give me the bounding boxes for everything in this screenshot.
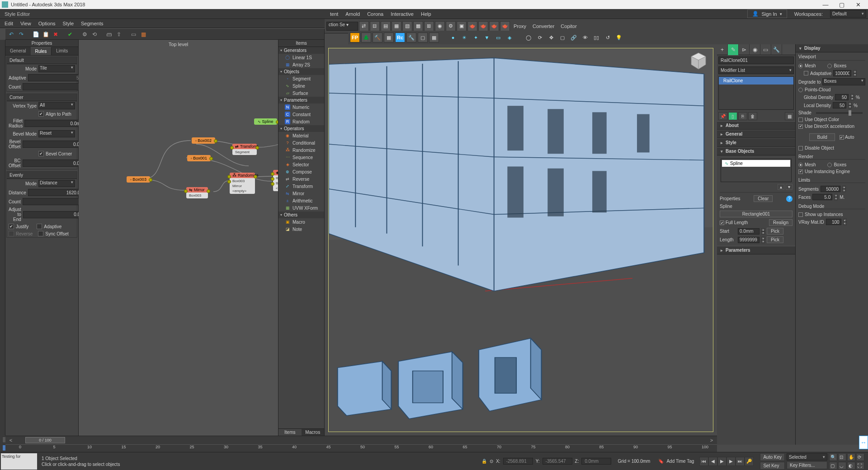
key-mode-icon[interactable]: 🔑 — [745, 457, 754, 466]
grid-tool-icon[interactable]: ▦ — [384, 33, 394, 42]
prev-frame-icon[interactable]: ◀ — [708, 457, 717, 466]
points-cloud-radio[interactable] — [798, 88, 803, 92]
item-linear-1s[interactable]: ◯Linear 1S — [278, 54, 324, 61]
node-selector[interactable]: ◈Selector Randomize Box001 <empty> — [273, 170, 278, 191]
item-macro[interactable]: ▣Macro — [278, 218, 324, 226]
full-length-check[interactable]: ✔ — [720, 221, 724, 225]
bevel-offset-input[interactable] — [23, 141, 85, 148]
layer-explorer-icon[interactable]: ▦ — [392, 21, 401, 31]
tab-items[interactable]: Items — [278, 429, 302, 436]
item-constant[interactable]: CConstant — [278, 111, 324, 118]
node-randomize[interactable]: ⁂Randomize Box003 Mirror <empty> — [230, 173, 255, 194]
item-randomize[interactable]: ⁂Randomize — [278, 146, 324, 154]
pan-icon[interactable]: ✋ — [847, 453, 855, 461]
global-density-input[interactable] — [835, 94, 849, 100]
base-objects-list[interactable]: ∿Spline — [721, 159, 792, 182]
use-obj-color-check[interactable] — [798, 118, 803, 122]
tab-motion-icon[interactable]: ◉ — [750, 44, 760, 55]
select-box-icon[interactable]: ▢ — [418, 33, 428, 42]
tree-icon[interactable]: 🌲 — [361, 33, 371, 42]
menu-interactive[interactable]: Interactive — [387, 10, 417, 18]
copitor-label[interactable]: Copitor — [558, 24, 579, 29]
key-filters-button[interactable]: Key Filters... — [787, 461, 827, 469]
fov-icon[interactable]: ◡ — [838, 462, 846, 470]
shade-slider[interactable] — [816, 112, 863, 114]
perspective-viewport[interactable] — [328, 48, 713, 432]
bevel-corner-check[interactable]: ✔ — [38, 151, 44, 156]
omni-icon[interactable]: ✦ — [471, 33, 481, 42]
time-handle[interactable]: 0 / 100 — [25, 437, 65, 443]
wrench-icon[interactable]: 🔧 — [406, 33, 416, 42]
evenly-count-input[interactable] — [23, 198, 85, 205]
schematic-icon[interactable]: ⊞ — [424, 21, 434, 31]
menu-help[interactable]: Help — [417, 10, 435, 18]
teapot3-icon[interactable]: 🫖 — [489, 21, 499, 31]
colors-icon[interactable]: ▦ — [139, 30, 147, 38]
hammer-icon[interactable]: 🔨 — [373, 33, 382, 42]
proxy-label[interactable]: Proxy — [511, 24, 529, 29]
list-down-icon[interactable]: ▾ — [786, 184, 793, 190]
rollout-parameters[interactable]: Parameters — [717, 246, 795, 254]
item-note[interactable]: ◪Note — [278, 226, 324, 233]
bevel-mode-select[interactable]: Reset — [38, 130, 75, 137]
node-box002[interactable]: ▫ Box002 — [192, 137, 215, 144]
mesh-radio[interactable] — [798, 64, 803, 68]
clear-button[interactable]: Clear — [754, 195, 773, 202]
circle-icon[interactable]: ◯ — [524, 33, 533, 42]
grid-icon[interactable]: ▦ — [429, 33, 439, 42]
degrade-select[interactable]: Boxes — [822, 78, 865, 85]
teapot2-icon[interactable]: 🫖 — [478, 21, 488, 31]
link-icon[interactable]: 🔗 — [569, 33, 579, 42]
next-frame-icon[interactable]: ▶ — [726, 457, 736, 466]
db-icon[interactable]: 🗃 — [105, 30, 113, 38]
vertex-type-select[interactable]: All — [38, 102, 75, 109]
minimize-button[interactable]: — — [817, 0, 834, 9]
fillet-radius-input[interactable] — [24, 120, 86, 127]
auto-check[interactable]: ✔ — [840, 135, 844, 140]
paste-icon[interactable]: 📋 — [42, 30, 50, 38]
key-filters-dropdown[interactable]: Selected — [787, 453, 827, 461]
add-time-tag[interactable]: Add Time Tag — [664, 459, 697, 464]
build-button[interactable]: Build — [809, 133, 835, 141]
teapot-icon[interactable]: 🫖 — [467, 21, 477, 31]
item-mirror[interactable]: ⇋Mirror — [278, 190, 324, 197]
item-uvw[interactable]: ▦UVW XForm — [278, 204, 324, 212]
pin-stack-icon[interactable]: 📌 — [718, 112, 727, 120]
node-transform[interactable]: ⇄Transform Segment — [232, 144, 257, 155]
y-coord[interactable]: -3565.547 — [542, 458, 572, 465]
teapot4-icon[interactable]: 🫖 — [500, 21, 510, 31]
fp-icon[interactable]: FP — [350, 33, 360, 42]
rotate-icon[interactable]: ⟳ — [535, 33, 545, 42]
stack-item-railclone[interactable]: RailClone — [719, 77, 793, 85]
orbit-icon[interactable]: ⟳ — [856, 453, 864, 461]
mode-select[interactable]: Tile — [38, 65, 75, 72]
tab-display-icon[interactable]: ▭ — [760, 44, 771, 55]
menu-corona[interactable]: Corona — [363, 10, 387, 18]
item-surface[interactable]: ▱Surface — [278, 89, 324, 97]
directx-check[interactable]: ✔ — [798, 124, 803, 129]
close-button[interactable]: ✕ — [850, 0, 866, 9]
node-box001[interactable]: ▫ Box001 — [187, 155, 211, 161]
vray-matid-input[interactable] — [826, 219, 841, 225]
make-unique-icon[interactable]: ⎘ — [738, 112, 747, 120]
zoom-all-icon[interactable]: ⊡ — [838, 453, 846, 461]
copies-icon[interactable]: ▯▯ — [591, 33, 601, 42]
menu-view[interactable]: View — [20, 21, 31, 26]
tab-create-icon[interactable]: + — [717, 44, 728, 55]
tab-utilities-icon[interactable]: 🔧 — [771, 44, 782, 55]
auto-key-button[interactable]: Auto Key — [760, 453, 785, 461]
cat-operators[interactable]: Operators — [278, 125, 324, 132]
menu-segments[interactable]: Segments — [81, 21, 104, 26]
sync-offset-check[interactable] — [38, 231, 43, 236]
count-input[interactable] — [23, 83, 85, 90]
item-arithmetic[interactable]: ±Arithmetic — [278, 197, 324, 204]
align-to-path-check[interactable]: ✔ — [38, 111, 44, 117]
lock-icon[interactable]: 🔒 — [481, 459, 487, 464]
menu-content[interactable]: tent — [326, 10, 342, 18]
rollout-style[interactable]: Style — [717, 138, 795, 147]
tab-general[interactable]: General — [5, 47, 31, 55]
converter-label[interactable]: Converter — [530, 24, 557, 29]
item-sequence[interactable]: ⋯Sequence — [278, 154, 324, 161]
sign-in-button[interactable]: 👤 Sign In ▾ — [747, 9, 787, 18]
list-up-icon[interactable]: ▴ — [778, 184, 784, 190]
